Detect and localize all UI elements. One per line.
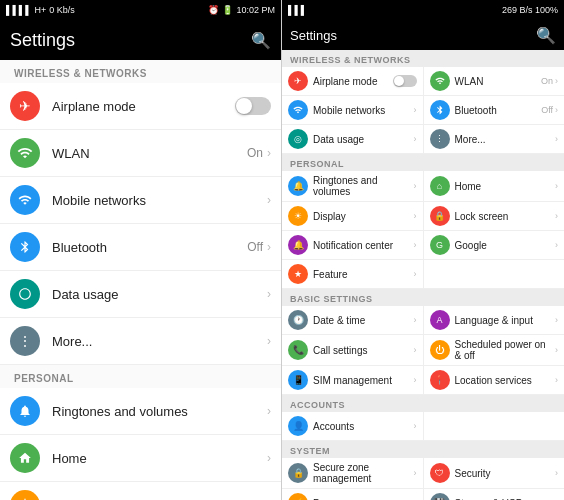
- r-language[interactable]: A Language & input ›: [424, 306, 565, 334]
- r-airplane-label: Airplane mode: [313, 76, 393, 87]
- r-power[interactable]: ⚡ Power manager ›: [282, 489, 424, 500]
- right-status-right: 269 B/s 100%: [502, 5, 558, 15]
- r-scheduled-icon: ⏻: [430, 340, 450, 360]
- right-section-wireless: WIRELESS & NETWORKS: [282, 50, 564, 67]
- r-language-label: Language & input: [455, 315, 556, 326]
- r-accounts[interactable]: 👤 Accounts ›: [282, 412, 424, 440]
- r-lock-label: Lock screen: [455, 211, 556, 222]
- r-datetime[interactable]: 🕐 Date & time ›: [282, 306, 424, 334]
- wlan-right[interactable]: WLAN On ›: [424, 67, 565, 95]
- data-usage-item[interactable]: Data usage ›: [0, 271, 281, 318]
- r-display[interactable]: ☀ Display ›: [282, 202, 424, 230]
- airplane-mode-toggle[interactable]: [235, 97, 271, 115]
- r-airplane-icon: ✈: [288, 71, 308, 91]
- r-notification[interactable]: 🔔 Notification center ›: [282, 231, 424, 259]
- r-notification-icon: 🔔: [288, 235, 308, 255]
- r-airplane-toggle[interactable]: [393, 75, 417, 87]
- r-feature[interactable]: ★ Feature ›: [282, 260, 424, 288]
- r-secure-zone[interactable]: 🔒 Secure zone management ›: [282, 458, 424, 488]
- right-row-a1: 👤 Accounts ›: [282, 412, 564, 441]
- mobile-networks-icon: [10, 185, 40, 215]
- r-sim-icon: 📱: [288, 370, 308, 390]
- data-usage-icon: [10, 279, 40, 309]
- status-bar-right: ⏰ 🔋 10:02 PM: [208, 5, 275, 15]
- r-google-icon: G: [430, 235, 450, 255]
- left-status-bar: ▌▌▌▌ H+ 0 Kb/s ⏰ 🔋 10:02 PM: [0, 0, 281, 20]
- r-call[interactable]: 📞 Call settings ›: [282, 335, 424, 365]
- r-wlan-icon: [430, 71, 450, 91]
- r-wlan-value: On: [541, 76, 553, 86]
- r-more-icon: ⋮: [430, 129, 450, 149]
- bluetooth-right[interactable]: Bluetooth Off ›: [424, 96, 565, 124]
- home-icon: [10, 443, 40, 473]
- r-security-icon: 🛡: [430, 463, 450, 483]
- r-bluetooth-value: Off: [541, 105, 553, 115]
- r-more-chevron: ›: [555, 134, 558, 144]
- r-location[interactable]: 📍 Location services ›: [424, 366, 565, 394]
- r-lock-screen[interactable]: 🔒 Lock screen ›: [424, 202, 565, 230]
- left-header: Settings 🔍: [0, 20, 281, 60]
- r-empty-p4: [424, 260, 565, 288]
- data-usage-right[interactable]: ◎ Data usage ›: [282, 125, 424, 153]
- r-home[interactable]: ⌂ Home ›: [424, 171, 565, 201]
- r-language-icon: A: [430, 310, 450, 330]
- left-scroll[interactable]: WIRELESS & NETWORKS ✈ Airplane mode WLAN…: [0, 60, 281, 500]
- more-item[interactable]: ⋮ More... ›: [0, 318, 281, 365]
- r-data-icon: ◎: [288, 129, 308, 149]
- r-sim[interactable]: 📱 SIM management ›: [282, 366, 424, 394]
- right-row-b3: 📱 SIM management › 📍 Location services ›: [282, 366, 564, 395]
- mobile-networks-item[interactable]: Mobile networks ›: [0, 177, 281, 224]
- alarm-icon: ⏰: [208, 5, 219, 15]
- right-speed: 269 B/s 100%: [502, 5, 558, 15]
- left-search-icon[interactable]: 🔍: [251, 31, 271, 50]
- signal-icon: ▌▌▌▌: [6, 5, 32, 15]
- right-row-b1: 🕐 Date & time › A Language & input ›: [282, 306, 564, 335]
- r-google[interactable]: G Google ›: [424, 231, 565, 259]
- right-row-2: Mobile networks › Bluetooth Off ›: [282, 96, 564, 125]
- r-mobile-label: Mobile networks: [313, 105, 414, 116]
- display-item[interactable]: Display ›: [0, 482, 281, 500]
- kb-icon: 0 Kb/s: [49, 5, 75, 15]
- right-row-1: ✈ Airplane mode WLAN On ›: [282, 67, 564, 96]
- ringtones-item[interactable]: Ringtones and volumes ›: [0, 388, 281, 435]
- r-security[interactable]: 🛡 Security ›: [424, 458, 565, 488]
- wlan-chevron: ›: [267, 146, 271, 160]
- network-icon: H+: [35, 5, 47, 15]
- r-location-label: Location services: [455, 375, 556, 386]
- ringtones-icon: [10, 396, 40, 426]
- airplane-mode-item[interactable]: ✈ Airplane mode: [0, 83, 281, 130]
- r-mobile-icon: [288, 100, 308, 120]
- more-right[interactable]: ⋮ More... ›: [424, 125, 565, 153]
- more-label: More...: [52, 334, 267, 349]
- home-item[interactable]: Home ›: [0, 435, 281, 482]
- data-usage-chevron: ›: [267, 287, 271, 301]
- airplane-mode-icon: ✈: [10, 91, 40, 121]
- right-row-s2: ⚡ Power manager › 💾 Storage & USB ›: [282, 489, 564, 500]
- right-section-accounts: ACCOUNTS: [282, 395, 564, 412]
- wlan-item[interactable]: WLAN On ›: [0, 130, 281, 177]
- wlan-icon: [10, 138, 40, 168]
- r-power-icon: ⚡: [288, 493, 308, 500]
- display-icon: [10, 490, 40, 500]
- airplane-mode-right[interactable]: ✈ Airplane mode: [282, 67, 424, 95]
- home-label: Home: [52, 451, 267, 466]
- r-sim-label: SIM management: [313, 375, 414, 386]
- right-signal: ▌▌▌: [288, 5, 307, 15]
- r-google-label: Google: [455, 240, 556, 251]
- r-scheduled[interactable]: ⏻ Scheduled power on & off ›: [424, 335, 565, 365]
- r-secure-icon: 🔒: [288, 463, 308, 483]
- right-panel: ▌▌▌ 269 B/s 100% Settings 🔍 WIRELESS & N…: [282, 0, 564, 500]
- r-display-icon: ☀: [288, 206, 308, 226]
- r-ringtones[interactable]: 🔔 Ringtones and volumes ›: [282, 171, 424, 201]
- r-call-icon: 📞: [288, 340, 308, 360]
- r-data-label: Data usage: [313, 134, 414, 145]
- mobile-networks-right[interactable]: Mobile networks ›: [282, 96, 424, 124]
- right-search-icon[interactable]: 🔍: [536, 26, 556, 45]
- r-datetime-icon: 🕐: [288, 310, 308, 330]
- right-scroll[interactable]: WIRELESS & NETWORKS ✈ Airplane mode WLAN…: [282, 50, 564, 500]
- r-storage[interactable]: 💾 Storage & USB ›: [424, 489, 565, 500]
- bluetooth-label: Bluetooth: [52, 240, 247, 255]
- bluetooth-item[interactable]: Bluetooth Off ›: [0, 224, 281, 271]
- r-notification-label: Notification center: [313, 240, 414, 251]
- r-call-label: Call settings: [313, 345, 414, 356]
